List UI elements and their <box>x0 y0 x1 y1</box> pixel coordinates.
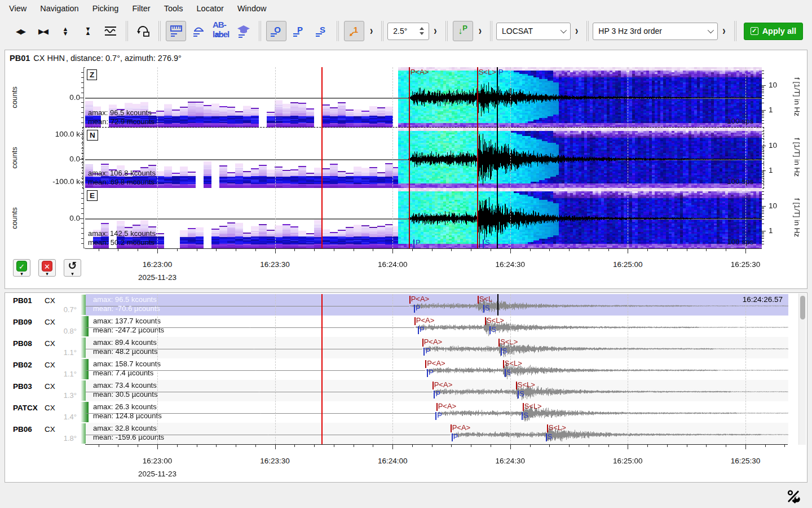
major-tick <box>392 444 393 449</box>
collapse-horizontal-button[interactable]: ▶◀ <box>33 21 53 41</box>
collapse-horizontal-icon: ▶◀ <box>38 27 47 36</box>
align-s-button[interactable]: S <box>311 21 332 41</box>
amplitude-scale-button[interactable] <box>100 21 121 41</box>
row-trace-PB01[interactable] <box>86 294 788 316</box>
row-s-pick[interactable] <box>503 360 504 368</box>
row-s-pick[interactable] <box>478 296 479 304</box>
amax-value: amax: 96.5 kcounts <box>88 108 155 117</box>
menu-item-tools[interactable]: Tools <box>157 2 190 15</box>
align-p-button[interactable]: P <box>289 21 309 41</box>
row-s-pick[interactable] <box>516 382 517 389</box>
collapse-vertical-button[interactable]: ▼▲ <box>78 21 98 41</box>
menu-item-locator[interactable]: Locator <box>190 2 231 15</box>
toolbar-overflow-chevron[interactable]: › <box>434 24 436 38</box>
trace-E[interactable] <box>85 188 762 248</box>
single-trace-button[interactable]: 1 <box>344 21 364 41</box>
row-p-pick[interactable] <box>436 403 438 411</box>
scrollbar-thumb[interactable] <box>800 296 805 319</box>
row-p-pick[interactable] <box>425 360 426 368</box>
station-row-PB06[interactable]: PB06CX1.8°amax: 32.8 kcountsmean: -159.6… <box>6 423 789 444</box>
row-s-pick[interactable] <box>485 317 486 325</box>
menu-item-view[interactable]: View <box>2 2 33 15</box>
vertical-scrollbar[interactable] <box>798 294 806 445</box>
row-s-pick-label: S<L> <box>500 338 518 346</box>
station-row-PB01[interactable]: PB01CX0.7°amax: 96.5 kcountsmean: -70.6 … <box>6 294 789 316</box>
spinbox-arrows[interactable] <box>417 27 429 35</box>
distance-spinbox[interactable]: 2.5° <box>387 23 429 40</box>
minor-tick <box>569 248 570 251</box>
row-p-pick[interactable] <box>414 317 416 325</box>
pick-cursor-line[interactable] <box>497 67 498 248</box>
menu-item-window[interactable]: Window <box>231 2 273 15</box>
filter-config-icon[interactable] <box>787 489 802 504</box>
trace-Z[interactable] <box>85 67 762 128</box>
minor-tick <box>99 248 99 251</box>
row-p-pick[interactable] <box>409 296 411 304</box>
row-network-code: CX <box>45 361 55 369</box>
pick-phase-button[interactable]: ↓P <box>453 21 473 41</box>
revert-pick-button[interactable]: ↺ ▾ <box>64 259 81 277</box>
row-s-pick-label: S<L <box>479 295 493 303</box>
row-p-pick[interactable] <box>451 424 452 432</box>
minor-tick <box>177 248 178 251</box>
toolbar-overflow-chevron[interactable]: › <box>722 24 725 38</box>
stream-code: CX HHN <box>33 54 65 63</box>
station-row-PB09[interactable]: PB09CX0.8°amax: 137.7 kcountsmean: -247.… <box>6 316 789 337</box>
angle-tool-button[interactable] <box>188 21 209 41</box>
s-underline <box>316 32 322 37</box>
teacher-mode-button[interactable] <box>233 21 254 41</box>
row-theo-p <box>427 369 428 377</box>
row-trace-area[interactable] <box>86 423 788 444</box>
toolbar-overflow-chevron[interactable]: › <box>370 24 373 38</box>
row-trace-area[interactable] <box>86 316 788 337</box>
row-network-code: CX <box>45 425 55 433</box>
row-p-pick[interactable] <box>422 339 423 347</box>
row-s-pick[interactable] <box>547 424 548 432</box>
freq-tick-label: 10 <box>769 141 777 150</box>
y-tick <box>80 134 83 135</box>
station-row-PB02[interactable]: PB02CX1.1°amax: 158.7 kcountsmean: 7.4 µ… <box>6 358 789 380</box>
row-trace-PB06[interactable] <box>86 423 788 444</box>
row-trace-PB09[interactable] <box>86 316 788 337</box>
expand-horizontal-button[interactable]: ◀▶ <box>10 21 30 41</box>
align-origin-button[interactable]: O <box>266 21 286 41</box>
major-tick <box>157 248 158 253</box>
toolbar-separator <box>445 21 448 41</box>
station-row-PATCX[interactable]: PATCXCX1.4°amax: 26.3 kcountsmean: 124.8… <box>6 401 789 423</box>
menu-item-picking[interactable]: Picking <box>86 2 126 15</box>
row-s-pick[interactable] <box>523 403 524 411</box>
toolbar-overflow-chevron[interactable]: › <box>479 24 482 38</box>
spin-up-icon[interactable] <box>420 27 424 30</box>
menu-item-filter[interactable]: Filter <box>125 2 157 15</box>
confirm-pick-button[interactable]: ✓ ▾ <box>13 259 30 277</box>
row-theo-p-label: P <box>453 432 458 441</box>
row-p-pick[interactable] <box>433 382 434 389</box>
minor-tick <box>197 444 197 447</box>
rename-phase-button[interactable]: AB-label <box>211 21 231 41</box>
p-pick-marker[interactable] <box>409 67 410 248</box>
spin-down-icon[interactable] <box>420 32 424 35</box>
row-mean: mean: -247.2 µcounts <box>93 326 164 335</box>
minor-tick <box>687 444 687 447</box>
row-pick-cursor[interactable] <box>497 294 498 316</box>
reject-pick-button[interactable]: ✕ ▾ <box>38 259 56 277</box>
expand-vertical-button[interactable]: ▲▼ <box>55 21 76 41</box>
trace-N[interactable] <box>85 128 762 188</box>
s-pick-marker[interactable] <box>477 67 478 248</box>
theoretical-p-label: P <box>416 238 421 247</box>
row-trace-area[interactable] <box>86 294 788 316</box>
filter-select[interactable]: HP 3 Hz 3rd order <box>593 23 718 40</box>
ruler-tool-button[interactable] <box>166 21 186 41</box>
menu-item-navigation[interactable]: Navigation <box>33 2 86 15</box>
row-s-pick[interactable] <box>498 339 500 347</box>
locator-select[interactable]: LOCSAT <box>496 23 571 40</box>
time-tick-label: 16:25:30 <box>731 260 761 269</box>
apply-all-button[interactable]: ✓ Apply all <box>744 23 803 40</box>
undo-pick-button[interactable] <box>133 21 153 41</box>
time-tick-label: 16:25:00 <box>613 457 643 465</box>
toolbar-overflow-chevron[interactable]: › <box>575 24 578 38</box>
station-row-PB03[interactable]: PB03CX1.3°amax: 73.4 kcountsmean: 30.5 µ… <box>6 380 789 401</box>
station-row-PB08[interactable]: PB08CX1.1°amax: 89.4 kcountsmean: 48.2 µ… <box>6 337 789 358</box>
row-theo-p <box>452 433 453 441</box>
cursor-phase-label: P <box>498 68 504 76</box>
